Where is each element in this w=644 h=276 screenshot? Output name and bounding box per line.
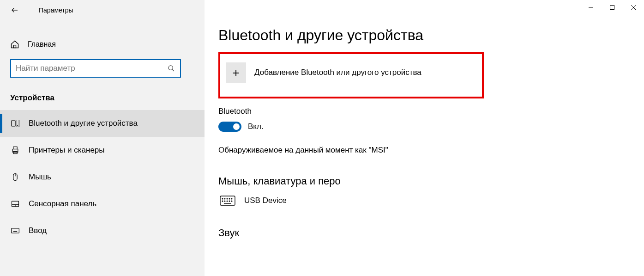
add-device-highlight: + Добавление Bluetooth или другого устро…: [218, 52, 484, 98]
svg-rect-1: [14, 45, 16, 48]
window-controls: [580, 0, 644, 15]
sidebar-section-title: Устройства: [10, 93, 205, 103]
sidebar-item-label: Принтеры и сканеры: [29, 146, 105, 155]
add-device-button[interactable]: + Добавление Bluetooth или другого устро…: [226, 62, 476, 83]
svg-rect-22: [610, 6, 614, 10]
sidebar-header: Параметры: [0, 0, 205, 20]
close-icon: [631, 5, 636, 10]
arrow-left-icon: [11, 6, 19, 14]
minimize-button[interactable]: [580, 0, 602, 15]
keyboard-device-icon: [218, 196, 237, 206]
maximize-icon: [609, 5, 615, 10]
plus-icon: +: [226, 62, 246, 83]
sidebar-item-printers[interactable]: Принтеры и сканеры: [0, 137, 205, 164]
svg-point-6: [18, 126, 18, 126]
search-icon: [167, 65, 175, 72]
svg-rect-4: [12, 121, 15, 126]
mouse-icon: [10, 172, 20, 182]
minimize-icon: [588, 5, 594, 10]
sidebar-item-touchpad[interactable]: Сенсорная панель: [0, 190, 205, 217]
section-mouse-keyboard: Мышь, клавиатура и перо: [218, 175, 644, 187]
sidebar-item-typing[interactable]: Ввод: [0, 217, 205, 244]
svg-rect-8: [13, 147, 17, 149]
search-box[interactable]: [10, 59, 181, 78]
device-label: USB Device: [244, 196, 287, 205]
device-usb[interactable]: USB Device: [218, 196, 644, 206]
svg-point-34: [229, 201, 230, 202]
svg-point-33: [227, 201, 228, 202]
sidebar: Параметры Главная Устройства Bluetooth и…: [0, 0, 205, 276]
page-title: Bluetooth и другие устройства: [218, 27, 644, 44]
svg-point-2: [169, 66, 173, 70]
svg-point-30: [231, 198, 232, 199]
svg-point-29: [229, 198, 230, 199]
sidebar-item-label: Ввод: [29, 226, 47, 235]
sidebar-item-label: Сенсорная панель: [29, 199, 96, 209]
sidebar-item-label: Bluetooth и другие устройства: [29, 119, 138, 128]
bluetooth-toggle-row: Вкл.: [218, 122, 644, 132]
devices-icon: [10, 119, 20, 128]
search-wrap: [10, 59, 194, 78]
add-device-label: Добавление Bluetooth или другого устройс…: [254, 68, 421, 77]
svg-point-26: [222, 198, 223, 199]
sidebar-item-mouse[interactable]: Мышь: [0, 164, 205, 190]
back-button[interactable]: [5, 0, 25, 20]
section-sound: Звук: [218, 227, 644, 239]
app-title: Параметры: [39, 6, 73, 14]
bluetooth-toggle[interactable]: [218, 122, 241, 132]
sidebar-item-label: Мышь: [29, 172, 51, 182]
discoverable-text: Обнаруживаемое на данный момент как "MSI…: [218, 146, 644, 155]
printer-icon: [10, 146, 20, 155]
svg-point-32: [224, 201, 225, 202]
bluetooth-toggle-state: Вкл.: [248, 122, 264, 131]
search-input[interactable]: [16, 64, 167, 73]
touchpad-icon: [10, 199, 20, 209]
maximize-button[interactable]: [602, 0, 623, 15]
sidebar-item-bluetooth[interactable]: Bluetooth и другие устройства: [0, 110, 205, 137]
svg-point-31: [222, 201, 223, 202]
home-nav[interactable]: Главная: [0, 35, 205, 54]
svg-rect-9: [13, 152, 17, 154]
svg-point-35: [231, 201, 232, 202]
bluetooth-subtitle: Bluetooth: [218, 107, 644, 116]
svg-rect-15: [12, 228, 19, 233]
home-icon: [10, 40, 19, 49]
home-label: Главная: [28, 40, 56, 49]
keyboard-icon: [10, 226, 20, 235]
svg-point-27: [224, 198, 225, 199]
svg-line-3: [172, 69, 174, 71]
nav-list: Bluetooth и другие устройства Принтеры и…: [0, 110, 205, 244]
close-button[interactable]: [623, 0, 644, 15]
main-content: Bluetooth и другие устройства + Добавлен…: [205, 0, 644, 276]
svg-point-28: [227, 198, 228, 199]
